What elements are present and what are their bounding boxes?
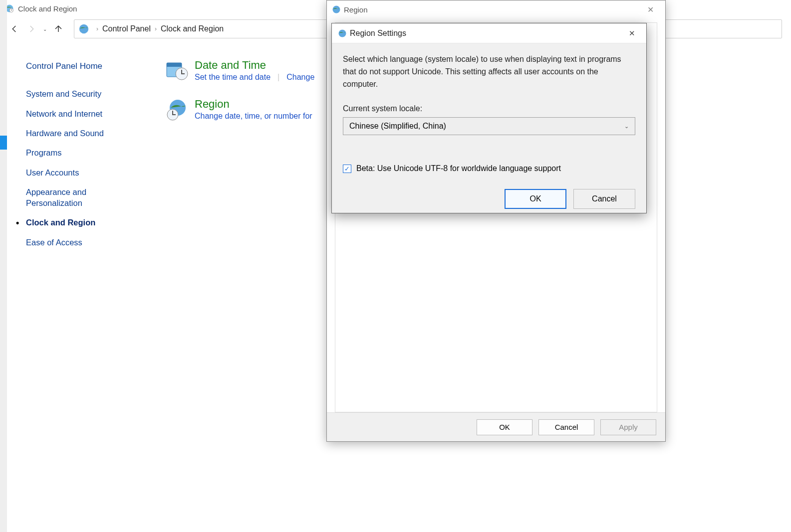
locale-value: Chinese (Simplified, China) — [349, 122, 446, 131]
globe-icon — [78, 23, 89, 34]
recent-dropdown[interactable]: ⌄ — [43, 26, 47, 32]
locale-label: Current system locale: — [343, 104, 635, 113]
chevron-icon: › — [155, 25, 157, 32]
calendar-clock-icon — [165, 59, 189, 83]
sidebar-item-system[interactable]: System and Security — [26, 89, 150, 99]
checkbox-box: ✓ — [343, 165, 351, 173]
chevron-icon: › — [96, 25, 98, 32]
globe-icon — [332, 5, 341, 14]
region-settings-dialog: Region Settings ✕ Select which language … — [331, 23, 647, 213]
utf8-checkbox[interactable]: ✓ Beta: Use Unicode UTF-8 for worldwide … — [343, 164, 635, 173]
cancel-button[interactable]: Cancel — [538, 419, 594, 435]
sidebar-home[interactable]: Control Panel Home — [26, 61, 150, 72]
ok-button[interactable]: OK — [505, 189, 566, 209]
sidebar-item-accounts[interactable]: User Accounts — [26, 168, 150, 178]
svg-rect-4 — [167, 63, 182, 67]
sidebar-item-network[interactable]: Network and Internet — [26, 109, 150, 119]
sidebar-item-hardware[interactable]: Hardware and Sound — [26, 128, 150, 139]
apply-button[interactable]: Apply — [600, 419, 656, 435]
separator: | — [277, 73, 279, 82]
sidebar-item-programs[interactable]: Programs — [26, 148, 150, 158]
region-titlebar: Region ✕ — [327, 0, 665, 18]
settings-titlebar: Region Settings ✕ — [332, 23, 646, 43]
ok-button[interactable]: OK — [477, 419, 532, 435]
region-button-bar: OK Cancel Apply — [327, 412, 665, 441]
region-icon — [165, 98, 189, 122]
back-button[interactable] — [9, 23, 20, 34]
svg-point-2 — [79, 24, 88, 33]
category-title[interactable]: Date and Time — [195, 59, 314, 72]
svg-point-9 — [339, 29, 346, 37]
settings-description: Select which language (system locale) to… — [343, 53, 635, 90]
cancel-button[interactable]: Cancel — [573, 189, 635, 209]
globe-icon — [338, 29, 347, 38]
chevron-down-icon: ⌄ — [624, 123, 629, 130]
svg-point-8 — [333, 6, 340, 13]
settings-button-bar: OK Cancel — [332, 181, 646, 212]
close-button[interactable]: ✕ — [640, 5, 660, 14]
link-change-timezone[interactable]: Change — [286, 73, 314, 82]
link-set-time[interactable]: Set the time and date — [195, 73, 270, 82]
forward-button[interactable] — [26, 23, 37, 34]
dialog-title: Region — [344, 5, 368, 14]
sidebar: Control Panel Home System and Security N… — [0, 47, 150, 257]
sidebar-item-ease[interactable]: Ease of Access — [26, 237, 150, 248]
sidebar-item-clock-region[interactable]: Clock and Region — [26, 217, 150, 228]
close-button[interactable]: ✕ — [623, 29, 640, 38]
up-button[interactable] — [53, 23, 64, 34]
window-title: Clock and Region — [18, 4, 77, 13]
breadcrumb-root[interactable]: Control Panel — [102, 24, 151, 33]
link-change-formats[interactable]: Change date, time, or number for — [195, 112, 312, 121]
checkbox-label: Beta: Use Unicode UTF-8 for worldwide la… — [356, 164, 561, 173]
locale-dropdown[interactable]: Chinese (Simplified, China) ⌄ — [343, 117, 635, 135]
dialog-title: Region Settings — [350, 29, 406, 38]
breadcrumb-current[interactable]: Clock and Region — [161, 24, 224, 33]
window-edge — [0, 0, 7, 532]
category-title[interactable]: Region — [195, 98, 312, 111]
sidebar-item-appearance[interactable]: Appearance and Personalization — [26, 187, 111, 208]
